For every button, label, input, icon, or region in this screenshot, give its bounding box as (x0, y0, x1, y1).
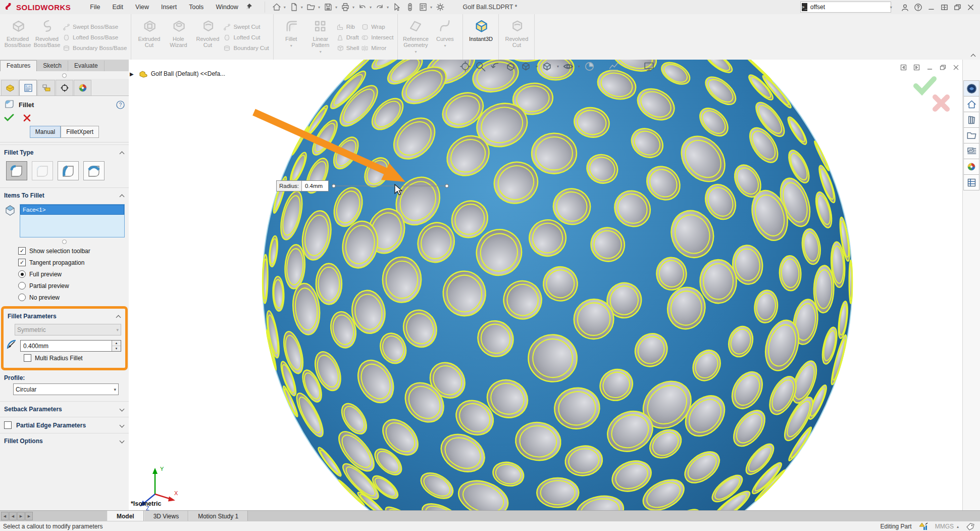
view-orientation-icon[interactable] (520, 61, 532, 72)
menu-view[interactable]: View (129, 1, 155, 13)
dropdown-caret-icon[interactable]: ▾ (284, 5, 286, 10)
ribbon-button-revolved-cut[interactable]: RevolvedCut (193, 16, 222, 59)
dropdown-caret-icon[interactable]: ▾ (320, 49, 322, 55)
account-icon[interactable] (898, 1, 911, 13)
mode-button-filletxpert[interactable]: FilletXpert (61, 126, 99, 138)
ribbon-button-mirror[interactable]: Mirror (361, 43, 393, 54)
radius-spinner[interactable]: ▲▼ (112, 341, 121, 351)
checkbox[interactable]: ✓ (18, 259, 26, 266)
ribbon-button-reference-geometry[interactable]: ReferenceGeometry▾ (401, 16, 430, 59)
zoom-to-fit-icon[interactable] (459, 61, 471, 72)
display-style-icon[interactable] (541, 61, 553, 72)
checkbox[interactable]: ✓ (18, 247, 26, 255)
3dexperience-icon[interactable] (963, 80, 979, 96)
setback-parameters-section-header[interactable]: Setback Parameters (0, 401, 129, 415)
ribbon-button-rib[interactable]: Rib (336, 22, 359, 32)
ribbon-button-swept-boss-base[interactable]: Swept Boss/Base (63, 22, 127, 32)
rebuild-icon[interactable] (404, 2, 416, 13)
menu-insert[interactable]: Insert (155, 1, 183, 13)
ribbon-button-lofted-boss-base[interactable]: Lofted Boss/Base (63, 32, 127, 43)
file-explorer-icon[interactable] (963, 127, 979, 143)
variable-size-fillet-button[interactable] (32, 161, 53, 180)
option-tangent-propagation[interactable]: ✓Tangent propagation (0, 257, 129, 268)
dropdown-caret-icon[interactable]: ▾ (335, 5, 337, 10)
dropdown-caret-icon[interactable]: ▾ (578, 64, 580, 69)
next-tab-button[interactable]: ▶ (17, 512, 25, 520)
radius-callout[interactable]: Radius: 0.4mm (276, 180, 329, 191)
option-show-selection-toolbar[interactable]: ✓Show selection toolbar (0, 245, 129, 257)
multi-radius-option[interactable]: Multi Radius Fillet (4, 352, 125, 364)
dropdown-caret-icon[interactable]: ▾ (318, 5, 320, 10)
dropdown-caret-icon[interactable]: ▾ (290, 43, 292, 49)
symmetry-dropdown[interactable]: Symmetric ▾ (15, 324, 121, 335)
bottom-tab-model[interactable]: Model (107, 511, 144, 521)
print-icon[interactable] (339, 2, 351, 13)
search-dropdown-caret[interactable]: ▾ (890, 5, 892, 10)
part-tree-label[interactable]: Golf Ball (Default) <<Defa... (151, 70, 225, 77)
graphics-viewport[interactable]: ▶ Golf Ball (Default) <<Defa... ▾▾▾ (129, 60, 980, 510)
menu-file[interactable]: File (84, 1, 106, 13)
bottom-tab-motion-study-1[interactable]: Motion Study 1 (188, 511, 248, 521)
pin-menu-icon[interactable] (245, 3, 252, 12)
view-settings-icon[interactable] (608, 61, 620, 72)
ribbon-button-boundary-cut[interactable]: Boundary Cut (223, 43, 269, 54)
spinner-up-icon[interactable]: ▲ (112, 341, 121, 346)
propertymanager-tab-propertymanager[interactable] (19, 80, 37, 95)
search-box[interactable]: >_ ▾ (800, 2, 891, 13)
previous-tab-button[interactable]: ◀ (9, 512, 17, 520)
view-palette-icon[interactable] (963, 143, 979, 159)
first-tab-button[interactable]: ◀ (1, 512, 9, 520)
ribbon-button-extruded-boss-base[interactable]: ExtrudedBoss/Base (3, 16, 32, 59)
dropdown-caret-icon[interactable]: ▾ (430, 5, 432, 10)
help-icon[interactable] (911, 1, 924, 13)
full-round-fillet-button[interactable] (83, 161, 105, 180)
hide-show-items-icon[interactable] (562, 61, 574, 72)
cancel-button[interactable] (23, 114, 31, 122)
partial-edge-checkbox[interactable] (4, 421, 12, 429)
redo-icon[interactable] (374, 2, 386, 13)
ribbon-button-lofted-cut[interactable]: Lofted Cut (223, 32, 269, 43)
ribbon-button-swept-cut[interactable]: Swept Cut (223, 22, 269, 32)
radio-button[interactable] (18, 294, 26, 301)
home-pane-icon[interactable] (963, 96, 979, 112)
help-icon[interactable]: ? (116, 101, 125, 109)
next-doc-icon[interactable] (913, 64, 920, 73)
option-full-preview[interactable]: Full preview (0, 268, 129, 280)
ribbon-button-intersect[interactable]: Intersect (361, 32, 393, 43)
radio-button[interactable] (18, 282, 26, 289)
new-document-icon[interactable] (288, 2, 300, 13)
option-partial-preview[interactable]: Partial preview (0, 280, 129, 292)
radio-button[interactable] (18, 270, 26, 278)
close-doc-icon[interactable] (952, 64, 960, 73)
bottom-tab-3d-views[interactable]: 3D Views (144, 511, 188, 521)
ribbon-button-extruded-cut[interactable]: ExtrudedCut (134, 16, 164, 59)
selected-entity[interactable]: Face<1> (20, 205, 124, 215)
previous-doc-icon[interactable] (900, 64, 907, 73)
option-no-preview[interactable]: No preview (0, 292, 129, 303)
selection-list-box[interactable]: Face<1> (20, 204, 125, 237)
confirm-accept-icon[interactable] (916, 79, 934, 92)
radius-input[interactable]: 0.400mm ▲▼ (20, 340, 121, 352)
undo-icon[interactable] (356, 2, 369, 13)
confirm-cancel-icon[interactable] (935, 97, 947, 109)
ribbon-button-shell[interactable]: Shell (336, 43, 359, 54)
ribbon-button-fillet[interactable]: Fillet▾ (277, 16, 306, 59)
units-dropdown[interactable]: MMGS ▴ (935, 523, 959, 530)
ribbon-button-boundary-boss-base[interactable]: Boundary Boss/Base (63, 43, 127, 54)
appearances-pane-icon[interactable] (963, 159, 979, 175)
edit-appearance-icon[interactable] (584, 61, 595, 72)
constant-size-fillet-button[interactable] (6, 161, 27, 180)
ribbon-button-linear-pattern[interactable]: LinearPattern▾ (306, 16, 335, 59)
tab-evaluate[interactable]: Evaluate (68, 61, 105, 71)
ribbon-button-draft[interactable]: Draft (336, 32, 359, 43)
design-library-icon[interactable] (963, 112, 979, 128)
panel-splitter-handle[interactable] (62, 73, 67, 78)
fillet-type-section-header[interactable]: Fillet Type (0, 144, 129, 158)
select-arrow-icon[interactable] (391, 2, 403, 13)
ribbon-button-curves[interactable]: Curves▾ (430, 16, 459, 59)
dropdown-caret-icon[interactable]: ▾ (370, 5, 372, 10)
dropdown-caret-icon[interactable]: ▾ (415, 49, 417, 55)
partial-edge-parameters-section-header[interactable]: Partial Edge Parameters (0, 417, 129, 431)
settings-gear-icon[interactable] (434, 2, 446, 13)
dropdown-caret-icon[interactable]: ▾ (301, 5, 303, 10)
